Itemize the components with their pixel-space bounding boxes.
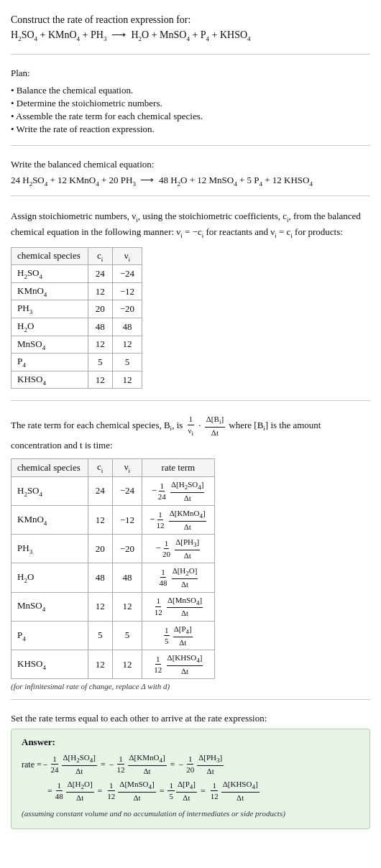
table-row: KHSO4 12 12 [12, 371, 142, 389]
rate-col-ci: ci [88, 459, 112, 477]
table-row: H2SO4 24 −24 [12, 265, 142, 283]
species-kmno4: KMnO4 [12, 282, 88, 300]
species-h2o: H2O [12, 318, 88, 336]
answer-label: Answer: [22, 737, 359, 748]
table-row: KMnO4 12 −12 [12, 282, 142, 300]
vi-kmno4: −12 [112, 282, 142, 300]
reaction-title: Construct the rate of reaction expressio… [11, 14, 370, 26]
stoich-col-species: chemical species [12, 247, 88, 265]
plan-title: Plan: [11, 68, 370, 79]
vi-h2so4: −24 [112, 265, 142, 283]
vi-p4: 5 [112, 354, 142, 371]
species-h2so4: H2SO4 [12, 265, 88, 283]
ci-mnso4: 12 [88, 336, 112, 354]
rate-col-vi: νi [112, 459, 142, 477]
table-row: H2SO4 24 −24 −124 Δ[H2SO4]Δt [12, 476, 215, 505]
rate-term-section: The rate term for each chemical species,… [11, 407, 370, 700]
answer-note: (assuming constant volume and no accumul… [22, 805, 359, 821]
stoich-col-vi: νi [112, 247, 142, 265]
ci-ph3: 20 [88, 300, 112, 318]
set-rate-section: Set the rate terms equal to each other t… [11, 706, 370, 838]
table-row: MnSO4 12 12 [12, 336, 142, 354]
vi-h2o: 48 [112, 318, 142, 336]
ci-h2o: 48 [88, 318, 112, 336]
balanced-section: Write the balanced chemical equation: 24… [11, 152, 370, 197]
table-row: P4 5 5 [12, 354, 142, 371]
table-row: MnSO4 12 12 112 Δ[MnSO4]Δt [12, 592, 215, 621]
plan-section: Plan: Balance the chemical equation. Det… [11, 60, 370, 146]
species-p4: P4 [12, 354, 88, 371]
stoich-table: chemical species ci νi H2SO4 24 −24 KMnO… [11, 247, 142, 389]
plan-step-4: Write the rate of reaction expression. [11, 124, 370, 135]
table-row: H2O 48 48 148 Δ[H2O]Δt [12, 563, 215, 592]
stoich-section: Assign stoichiometric numbers, νi, using… [11, 202, 370, 401]
answer-box: Answer: rate = − 1 24 Δ[H2SO4] Δt = − 1 [11, 729, 370, 829]
table-row: PH3 20 −20 [12, 300, 142, 318]
ci-p4: 5 [88, 354, 112, 371]
table-row: H2O 48 48 [12, 318, 142, 336]
stoich-col-ci: ci [88, 247, 112, 265]
table-row: KMnO4 12 −12 −112 Δ[KMnO4]Δt [12, 506, 215, 535]
table-row: PH3 20 −20 −120 Δ[PH3]Δt [12, 535, 215, 563]
table-row: KHSO4 12 12 112 Δ[KHSO4]Δt [12, 650, 215, 678]
ci-khso4: 12 [88, 371, 112, 389]
ci-h2so4: 24 [88, 265, 112, 283]
balanced-equation: 24 H2SO4 + 12 KMnO4 + 20 PH3 ⟶ 48 H2O + … [11, 175, 370, 188]
balanced-title: Write the balanced chemical equation: [11, 159, 370, 170]
plan-step-2: Determine the stoichiometric numbers. [11, 98, 370, 109]
vi-khso4: 12 [112, 371, 142, 389]
ci-kmno4: 12 [88, 282, 112, 300]
species-ph3: PH3 [12, 300, 88, 318]
table-row: P4 5 5 15 Δ[P4]Δt [12, 621, 215, 650]
plan-step-3: Assemble the rate term for each chemical… [11, 111, 370, 122]
rate-term-table: chemical species ci νi rate term H2SO4 2… [11, 458, 215, 679]
header-section: Construct the rate of reaction expressio… [11, 7, 370, 55]
reaction-equation: H2SO4 + KMnO4 + PH3 ⟶ H2O + MnSO4 + P4 +… [11, 29, 370, 42]
species-mnso4: MnSO4 [12, 336, 88, 354]
rate-eq-label: rate = [22, 756, 42, 773]
species-khso4: KHSO4 [12, 371, 88, 389]
vi-ph3: −20 [112, 300, 142, 318]
plan-step-1: Balance the chemical equation. [11, 85, 370, 96]
plan-list: Balance the chemical equation. Determine… [11, 85, 370, 135]
set-rate-title: Set the rate terms equal to each other t… [11, 713, 370, 724]
rate-col-term: rate term [142, 459, 215, 477]
rate-term-description: The rate term for each chemical species,… [11, 414, 370, 453]
answer-content: rate = − 1 24 Δ[H2SO4] Δt = − 1 12 Δ[KMn [22, 752, 359, 821]
stoich-description: Assign stoichiometric numbers, νi, using… [11, 209, 370, 241]
rate-col-species: chemical species [12, 459, 88, 477]
vi-mnso4: 12 [112, 336, 142, 354]
rate-note: (for infinitesimal rate of change, repla… [11, 682, 370, 691]
